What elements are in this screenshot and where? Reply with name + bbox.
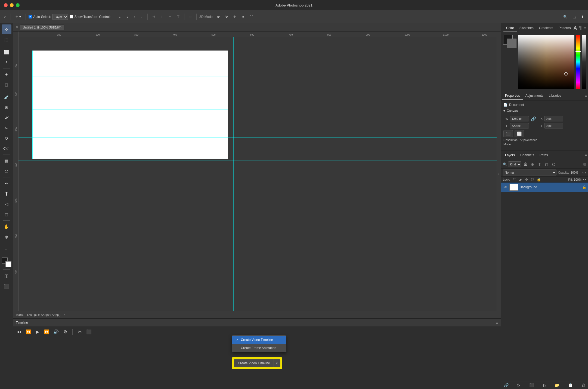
home-button[interactable]: ⌂ bbox=[2, 13, 8, 21]
portrait-btn[interactable]: ⬜ bbox=[515, 130, 524, 137]
roll-button[interactable]: ↻ bbox=[223, 13, 230, 21]
lock-artboard-btn[interactable]: ⬡ bbox=[530, 177, 535, 181]
new-fill-layer-btn[interactable]: ◐ bbox=[542, 382, 546, 388]
status-arrow[interactable]: ▸ bbox=[64, 313, 65, 316]
delete-layer-btn[interactable]: 🗑 bbox=[581, 382, 586, 388]
canvas-height-input[interactable] bbox=[510, 123, 529, 128]
convert-btn[interactable]: ⬛ bbox=[85, 328, 93, 336]
document-tab[interactable]: Untitled-1 @ 100% (RGB/8#) bbox=[20, 24, 64, 30]
distribute-right-button[interactable]: ⊢ bbox=[167, 13, 173, 21]
history-brush-tool[interactable]: ↺ bbox=[2, 133, 11, 143]
layer-adjust-filter[interactable]: ⊙ bbox=[530, 161, 536, 167]
add-layer-style-btn[interactable]: fx bbox=[517, 382, 521, 388]
minimize-traffic-light[interactable] bbox=[10, 3, 14, 7]
opacity-increment-btn[interactable]: ▸ bbox=[585, 171, 586, 174]
opacity-spectrum-bar[interactable] bbox=[582, 35, 586, 89]
document-section-title[interactable]: 📄 Document bbox=[503, 103, 586, 107]
layers-panel-options[interactable]: ≡ bbox=[585, 153, 587, 157]
move-tool[interactable]: ✛ bbox=[2, 24, 11, 34]
type-tool[interactable]: T bbox=[2, 189, 11, 199]
layer-pixel-filter[interactable]: 🖼 bbox=[522, 161, 528, 167]
cut-btn[interactable]: ✂ bbox=[76, 328, 83, 336]
color-background-swatch[interactable] bbox=[507, 39, 516, 48]
add-mask-btn[interactable]: ⬛ bbox=[529, 382, 534, 388]
more-options-button[interactable]: ··· bbox=[187, 13, 194, 21]
search-button[interactable]: 🔍 bbox=[561, 13, 569, 21]
pan-button[interactable]: ✛ bbox=[231, 13, 238, 21]
tab-close-icon[interactable]: ✕ bbox=[14, 26, 20, 29]
marquee-tool[interactable]: ⬜ bbox=[2, 47, 11, 57]
canvas-width-input[interactable] bbox=[510, 116, 529, 121]
pen-tool[interactable]: ✒ bbox=[2, 178, 11, 188]
eyedropper-tool[interactable]: 💉 bbox=[2, 92, 11, 102]
hue-slider[interactable] bbox=[576, 35, 580, 89]
play-btn[interactable]: ▶ bbox=[34, 328, 41, 336]
new-group-btn[interactable]: 📁 bbox=[554, 382, 560, 388]
right-panel-collapse-btn[interactable]: › bbox=[497, 37, 501, 311]
clone-stamp-tool[interactable]: ✁ bbox=[2, 123, 11, 133]
lock-transparent-btn[interactable]: ⬚ bbox=[512, 177, 517, 181]
show-transform-controls-label[interactable]: Show Transform Controls bbox=[70, 15, 111, 19]
shape-tool[interactable]: ◻ bbox=[2, 209, 11, 219]
brush-tool[interactable]: 🖌 bbox=[2, 113, 11, 123]
timeline-menu-icon[interactable]: ≡ bbox=[496, 321, 498, 325]
layer-shape-filter[interactable]: ◻ bbox=[544, 161, 550, 167]
create-timeline-dropdown-btn[interactable]: ▾ bbox=[274, 359, 280, 367]
canvas-y-input[interactable] bbox=[544, 123, 563, 128]
slide-button[interactable]: ⇔ bbox=[240, 13, 246, 21]
distribute-center-button[interactable]: ⊥ bbox=[159, 13, 165, 21]
landscape-btn[interactable]: ⬛ bbox=[503, 130, 513, 137]
lasso-tool[interactable]: ⌖ bbox=[2, 57, 11, 67]
properties-tab[interactable]: Properties bbox=[502, 92, 523, 100]
magic-wand-tool[interactable]: ✦ bbox=[2, 70, 11, 79]
share-button[interactable]: ⬆ bbox=[579, 13, 586, 21]
document-canvas[interactable] bbox=[32, 51, 228, 159]
settings-btn[interactable]: ⚙ bbox=[61, 328, 69, 336]
distribute-left-button[interactable]: ⊣ bbox=[150, 13, 157, 21]
next-frame-btn[interactable]: ⏩ bbox=[43, 328, 51, 336]
layer-visibility-icon[interactable]: 👁 bbox=[503, 185, 508, 189]
canvas-section-title[interactable]: ▾ Canvas bbox=[503, 109, 586, 113]
close-traffic-light[interactable] bbox=[4, 3, 8, 7]
layers-tab[interactable]: Layers bbox=[502, 152, 518, 159]
distribute-v-button[interactable]: ⊤ bbox=[175, 13, 181, 21]
adjustments-tab[interactable]: Adjustments bbox=[523, 92, 546, 100]
layers-filter-select[interactable]: Kind bbox=[508, 161, 521, 167]
move-tool-button[interactable]: ✛ ▾ bbox=[14, 13, 23, 21]
background-color[interactable] bbox=[5, 261, 11, 267]
properties-panel-options[interactable]: ≡ bbox=[585, 94, 587, 98]
align-v-center-button[interactable]: ⬩ bbox=[139, 13, 145, 21]
eraser-tool[interactable]: ⌫ bbox=[2, 144, 11, 153]
channels-tab[interactable]: Channels bbox=[518, 152, 537, 159]
gradient-tool[interactable]: ▦ bbox=[2, 156, 11, 166]
layer-item-background[interactable]: 👁 Background 🔒 bbox=[501, 183, 588, 192]
lock-position-btn[interactable]: ✛ bbox=[524, 177, 529, 181]
screen-mode-button[interactable]: ⬛ bbox=[2, 281, 11, 291]
paths-tab[interactable]: Paths bbox=[537, 152, 551, 159]
align-left-button[interactable]: ⬦ bbox=[117, 13, 123, 21]
first-frame-btn[interactable]: ⏮ bbox=[15, 328, 23, 336]
color-panel-options-icon[interactable]: ≡ bbox=[584, 26, 586, 31]
auto-select-checkbox[interactable] bbox=[29, 15, 32, 18]
create-timeline-main-btn[interactable]: Create Video Timeline bbox=[234, 359, 274, 367]
path-select-tool[interactable]: ◁ bbox=[2, 199, 11, 209]
canvas-viewport[interactable] bbox=[18, 37, 497, 311]
workspace-button[interactable]: ⬚ bbox=[571, 13, 578, 21]
lock-all-btn[interactable]: 🔒 bbox=[536, 177, 542, 181]
artboard-tool[interactable]: ⬚ bbox=[2, 35, 11, 45]
more-tools-button[interactable]: ··· bbox=[2, 244, 11, 254]
layer-smart-filter[interactable]: ⬡ bbox=[551, 161, 557, 167]
canvas-x-input[interactable] bbox=[544, 116, 563, 121]
align-right-button[interactable]: ⬨ bbox=[132, 13, 137, 21]
show-transform-controls-checkbox[interactable] bbox=[70, 15, 73, 18]
link-lock-icon[interactable]: 🔗 bbox=[531, 116, 536, 121]
audio-btn[interactable]: 🔊 bbox=[52, 328, 60, 336]
opacity-decrement-btn[interactable]: ◂ bbox=[582, 171, 583, 174]
crop-tool[interactable]: ⊡ bbox=[2, 80, 11, 90]
scale-3d-button[interactable]: ⛶ bbox=[248, 13, 255, 21]
layer-type-filter[interactable]: T bbox=[537, 161, 543, 167]
auto-select-mode-select[interactable]: Layer bbox=[52, 14, 68, 20]
prev-frame-btn[interactable]: ⏪ bbox=[24, 328, 32, 336]
zoom-tool[interactable]: ⊕ bbox=[2, 232, 11, 242]
maximize-traffic-light[interactable] bbox=[16, 3, 20, 7]
